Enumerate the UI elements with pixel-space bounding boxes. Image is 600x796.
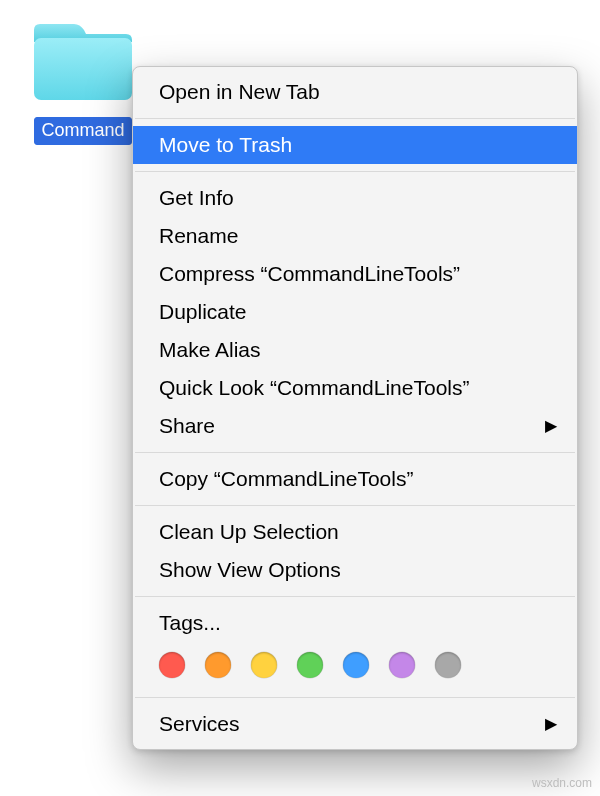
tag-green[interactable] xyxy=(297,652,323,678)
menu-item-label: Duplicate xyxy=(159,298,247,326)
menu-item-clean-up[interactable]: Clean Up Selection xyxy=(133,513,577,551)
menu-item-label: Get Info xyxy=(159,184,234,212)
menu-separator xyxy=(135,452,575,453)
menu-item-copy[interactable]: Copy “CommandLineTools” xyxy=(133,460,577,498)
menu-separator xyxy=(135,505,575,506)
menu-item-label: Make Alias xyxy=(159,336,261,364)
menu-item-quick-look[interactable]: Quick Look “CommandLineTools” xyxy=(133,369,577,407)
chevron-right-icon: ▶ xyxy=(545,412,557,440)
menu-item-label: Copy “CommandLineTools” xyxy=(159,465,413,493)
menu-item-label: Open in New Tab xyxy=(159,78,320,106)
svg-rect-0 xyxy=(34,38,132,100)
menu-separator xyxy=(135,118,575,119)
tag-red[interactable] xyxy=(159,652,185,678)
menu-item-label: Services xyxy=(159,710,240,738)
menu-item-get-info[interactable]: Get Info xyxy=(133,179,577,217)
menu-item-move-to-trash[interactable]: Move to Trash xyxy=(133,126,577,164)
menu-item-label: Quick Look “CommandLineTools” xyxy=(159,374,469,402)
menu-item-label: Show View Options xyxy=(159,556,341,584)
menu-item-open-new-tab[interactable]: Open in New Tab xyxy=(133,73,577,111)
menu-item-label: Tags... xyxy=(159,609,221,637)
tag-color-row xyxy=(133,642,577,690)
menu-item-compress[interactable]: Compress “CommandLineTools” xyxy=(133,255,577,293)
menu-item-label: Rename xyxy=(159,222,238,250)
menu-separator xyxy=(135,697,575,698)
folder-icon xyxy=(28,16,138,111)
tag-purple[interactable] xyxy=(389,652,415,678)
menu-item-tags[interactable]: Tags... xyxy=(133,604,577,642)
folder-item[interactable]: Command xyxy=(18,16,148,150)
menu-item-label: Clean Up Selection xyxy=(159,518,339,546)
folder-label: Command xyxy=(34,117,131,145)
tag-yellow[interactable] xyxy=(251,652,277,678)
menu-item-make-alias[interactable]: Make Alias xyxy=(133,331,577,369)
menu-item-label: Move to Trash xyxy=(159,131,292,159)
chevron-right-icon: ▶ xyxy=(545,710,557,738)
menu-separator xyxy=(135,596,575,597)
tag-gray[interactable] xyxy=(435,652,461,678)
tag-blue[interactable] xyxy=(343,652,369,678)
menu-item-rename[interactable]: Rename xyxy=(133,217,577,255)
menu-item-label: Share xyxy=(159,412,215,440)
context-menu: Open in New Tab Move to Trash Get Info R… xyxy=(132,66,578,750)
menu-item-share[interactable]: Share ▶ xyxy=(133,407,577,445)
menu-item-services[interactable]: Services ▶ xyxy=(133,705,577,743)
tag-orange[interactable] xyxy=(205,652,231,678)
menu-item-duplicate[interactable]: Duplicate xyxy=(133,293,577,331)
menu-separator xyxy=(135,171,575,172)
menu-item-view-options[interactable]: Show View Options xyxy=(133,551,577,589)
watermark: wsxdn.com xyxy=(532,776,592,790)
menu-item-label: Compress “CommandLineTools” xyxy=(159,260,460,288)
